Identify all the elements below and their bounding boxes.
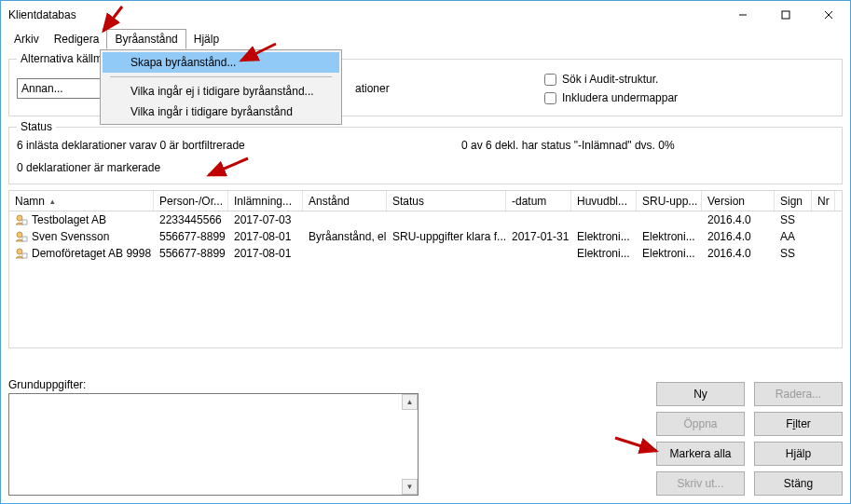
grid-header-row: Namn▴ Person-/Or... Inlämning... Anstånd… [9, 191, 842, 211]
table-row[interactable]: Sven Svensson556677-88992017-08-01Byråan… [9, 228, 842, 245]
grund-listbox[interactable]: ▲ ▼ [8, 393, 419, 496]
svg-point-8 [17, 249, 22, 254]
menu-item-ej-ingar[interactable]: Vilka ingår ej i tidigare byråanstånd... [103, 81, 339, 102]
window-title: Klientdatabas [8, 8, 721, 21]
col-sru[interactable]: SRU-upp... [637, 191, 702, 211]
checkbox-undermappar[interactable]: Inkludera undermappar [544, 89, 678, 106]
cell [812, 211, 835, 228]
col-huvudbl[interactable]: Huvudbl... [571, 191, 637, 211]
status-line1-left: 6 inlästa deklarationer varav 0 är bortf… [17, 139, 461, 152]
button-panel: Ny Radera... Öppna Filter Markera alla H… [656, 382, 843, 496]
cell: 2017-08-01 [228, 228, 303, 245]
status-legend: Status [17, 120, 56, 133]
cell [637, 211, 702, 228]
svg-rect-7 [22, 237, 27, 241]
col-person[interactable]: Person-/Or... [154, 191, 228, 211]
data-grid[interactable]: Namn▴ Person-/Or... Inlämning... Anstånd… [8, 190, 843, 348]
menu-byraanstand[interactable]: Byråanstånd [106, 29, 185, 49]
grund-section: Grunduppgifter: ▲ ▼ [8, 378, 419, 496]
svg-point-6 [17, 232, 22, 238]
cell [812, 228, 835, 245]
cell: Byråanstånd, el... [303, 228, 387, 245]
label-fragment: ationer [355, 82, 378, 95]
cell: 2016.4.0 [702, 211, 775, 228]
menu-item-skapa[interactable]: Skapa byråanstånd... [103, 52, 339, 73]
col-datum[interactable]: -datum [506, 191, 571, 211]
cell [303, 245, 387, 262]
sort-asc-icon: ▴ [50, 197, 55, 206]
cell [812, 245, 835, 262]
svg-rect-5 [22, 220, 27, 225]
radera-button[interactable]: Radera... [754, 382, 843, 406]
cell: 2016.4.0 [702, 228, 775, 245]
cell: 556677-8899 [154, 245, 228, 262]
col-status[interactable]: Status [387, 191, 506, 211]
col-nr[interactable]: Nr [812, 191, 835, 211]
svg-rect-9 [22, 253, 27, 258]
cell: Sven Svensson [9, 228, 154, 245]
cell: 556677-8899 [154, 228, 228, 245]
menu-hjalp[interactable]: Hjälp [186, 30, 226, 48]
minimize-button[interactable] [721, 1, 764, 29]
close-button[interactable] [807, 1, 850, 29]
menu-redigera[interactable]: Redigera [47, 30, 107, 48]
maximize-button[interactable] [764, 1, 807, 29]
person-doc-icon [15, 214, 28, 225]
cell: 2017-07-03 [228, 211, 303, 228]
cell [506, 245, 571, 262]
title-bar: Klientdatabas [1, 1, 850, 29]
cell [303, 211, 387, 228]
menu-separator [110, 76, 332, 77]
svg-point-4 [17, 215, 22, 221]
col-anstand[interactable]: Anstånd [303, 191, 387, 211]
scroll-up-icon[interactable]: ▲ [402, 394, 418, 410]
cell [387, 245, 506, 262]
cell: Elektroni... [637, 245, 702, 262]
col-inlamning[interactable]: Inlämning... [228, 191, 303, 211]
svg-rect-1 [782, 11, 789, 19]
checkbox-audit-struktur[interactable]: Sök i Audit-struktur. [544, 71, 678, 88]
col-sign[interactable]: Sign [775, 191, 812, 211]
scroll-down-icon[interactable]: ▼ [402, 479, 418, 495]
grund-legend: Grunduppgifter: [8, 378, 419, 391]
stang-button[interactable]: Stäng [754, 471, 843, 496]
menu-bar: Arkiv Redigera Byråanstånd Hjälp Skapa b… [1, 29, 850, 49]
table-row[interactable]: Demoföretaget AB 9998556677-88992017-08-… [9, 245, 842, 262]
menu-arkiv[interactable]: Arkiv [7, 30, 47, 48]
skriv-ut-button[interactable]: Skriv ut... [656, 471, 745, 496]
status-fieldset: Status 6 inlästa deklarationer varav 0 ä… [8, 120, 843, 184]
cell: Demoföretaget AB 9998 [9, 245, 154, 262]
person-doc-icon [15, 231, 28, 242]
oppna-button[interactable]: Öppna [656, 412, 745, 436]
cell: Elektroni... [571, 245, 637, 262]
cell: Testbolaget AB [9, 211, 154, 228]
cell: AA [775, 228, 812, 245]
cell: 2017-01-31 [506, 228, 571, 245]
cell [387, 211, 506, 228]
cell [571, 211, 637, 228]
filter-button[interactable]: Filter [754, 412, 843, 436]
person-doc-icon [15, 248, 28, 259]
status-line1-right: 0 av 6 dekl. har status "-Inlämnad" dvs.… [461, 139, 834, 152]
markera-alla-button[interactable]: Markera alla [656, 442, 745, 466]
cell: SS [775, 245, 812, 262]
ny-button[interactable]: Ny [656, 382, 745, 406]
cell: SS [775, 211, 812, 228]
cell: 2017-08-01 [228, 245, 303, 262]
grid-body: Testbolaget AB22334455662017-07-032016.4… [9, 211, 842, 262]
status-line2: 0 deklarationer är markerade [17, 161, 834, 174]
cell: SRU-uppgifter klara f... [387, 228, 506, 245]
col-version[interactable]: Version [702, 191, 775, 211]
menu-dropdown: Skapa byråanstånd... Vilka ingår ej i ti… [100, 49, 342, 125]
cell: 2016.4.0 [702, 245, 775, 262]
app-window: Klientdatabas Arkiv Redigera Byråanstånd… [0, 0, 851, 504]
cell: Elektroni... [571, 228, 637, 245]
menu-item-ingar[interactable]: Vilka ingår i tidigare byråanstånd [103, 102, 339, 122]
hjalp-button[interactable]: Hjälp [754, 442, 843, 466]
col-namn[interactable]: Namn▴ [9, 191, 154, 211]
table-row[interactable]: Testbolaget AB22334455662017-07-032016.4… [9, 211, 842, 228]
cell: Elektroni... [637, 228, 702, 245]
cell: 2233445566 [154, 211, 228, 228]
cell [506, 211, 571, 228]
